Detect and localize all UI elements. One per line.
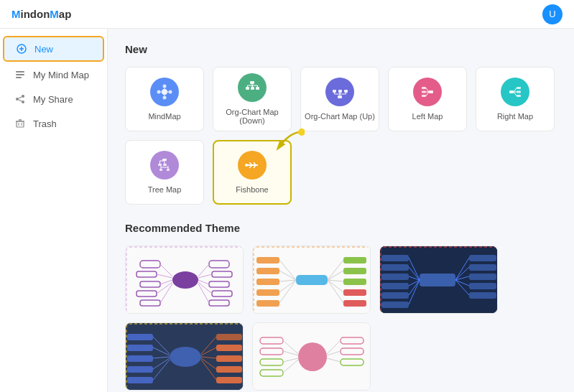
svg-rect-131 (381, 302, 409, 308)
left-map-label: Left Map (412, 112, 443, 121)
svg-rect-151 (127, 334, 153, 340)
sidebar-item-my-mind-map[interactable]: My Mind Map (3, 63, 104, 86)
svg-point-8 (16, 98, 19, 101)
user-avatar[interactable]: U (542, 4, 563, 24)
theme-card-3[interactable] (379, 246, 498, 314)
svg-rect-105 (256, 279, 279, 285)
svg-rect-126 (381, 255, 409, 261)
svg-line-57 (514, 92, 517, 96)
svg-line-11 (19, 100, 22, 101)
svg-point-7 (22, 95, 24, 98)
svg-rect-140 (469, 274, 496, 280)
svg-rect-27 (246, 87, 249, 90)
svg-rect-163 (216, 355, 242, 362)
svg-rect-52 (517, 87, 521, 89)
svg-rect-46 (422, 91, 426, 93)
svg-rect-37 (338, 90, 342, 93)
map-card-mindmap[interactable]: MindMap (125, 67, 204, 131)
sidebar-trash-label: Trash (33, 118, 57, 129)
svg-point-150 (170, 347, 201, 367)
svg-point-20 (163, 85, 167, 88)
trash-icon (14, 118, 26, 129)
svg-rect-113 (343, 257, 366, 263)
svg-line-50 (426, 92, 429, 96)
svg-point-79 (172, 271, 198, 289)
svg-line-55 (514, 88, 517, 93)
svg-rect-53 (517, 91, 521, 93)
svg-rect-116 (343, 289, 366, 296)
header: MindonMap U (0, 0, 574, 29)
org-chart-up-icon (325, 78, 354, 106)
right-map-icon (501, 78, 529, 106)
theme-card-4[interactable] (125, 322, 244, 391)
svg-rect-103 (256, 257, 279, 263)
fishbone-label: Fishbone (236, 185, 268, 194)
svg-rect-138 (469, 255, 496, 261)
right-map-label: Right Map (497, 112, 533, 121)
map-card-left-map[interactable]: Left Map (388, 67, 467, 131)
svg-rect-106 (256, 289, 279, 296)
sidebar: New My Mind Map My Share Trash (0, 29, 108, 392)
svg-rect-139 (469, 264, 496, 271)
svg-rect-165 (216, 377, 242, 383)
theme-card-2[interactable] (252, 246, 371, 314)
sidebar-my-mind-map-label: My Mind Map (33, 70, 89, 80)
svg-line-10 (19, 97, 22, 98)
svg-rect-117 (343, 300, 366, 307)
theme-card-5[interactable] (252, 322, 371, 391)
svg-rect-129 (381, 283, 409, 289)
map-card-org-chart-up[interactable]: Org-Chart Map (Up) (300, 67, 379, 131)
theme-card-1[interactable] (125, 246, 244, 314)
svg-rect-162 (216, 345, 242, 351)
svg-point-77 (298, 129, 305, 136)
svg-rect-5 (16, 74, 24, 75)
svg-rect-29 (256, 87, 259, 90)
fishbone-icon (238, 151, 267, 179)
sidebar-item-my-share[interactable]: My Share (3, 88, 104, 111)
svg-rect-47 (422, 95, 426, 97)
svg-rect-4 (16, 71, 24, 73)
svg-rect-114 (343, 268, 366, 274)
svg-rect-152 (127, 345, 153, 351)
svg-rect-6 (16, 77, 22, 78)
fishbone-arrow (269, 129, 305, 157)
svg-rect-51 (509, 90, 514, 93)
map-card-fishbone[interactable]: Fishbone (213, 140, 292, 205)
main-layout: New My Mind Map My Share Trash New (0, 29, 574, 392)
svg-point-19 (169, 90, 172, 94)
svg-rect-28 (251, 87, 254, 90)
sidebar-my-share-label: My Share (33, 94, 73, 105)
svg-rect-127 (381, 264, 409, 271)
svg-rect-130 (381, 292, 409, 299)
mind-map-icon (14, 69, 26, 80)
svg-rect-115 (343, 279, 366, 285)
org-chart-down-label: Org-Chart Map (Down) (213, 108, 291, 125)
svg-rect-153 (127, 355, 153, 362)
map-card-right-map[interactable]: Right Map (476, 67, 555, 131)
new-section-title: New (125, 43, 557, 55)
svg-text:MindonMap: MindonMap (11, 8, 71, 20)
svg-rect-44 (429, 90, 433, 93)
sidebar-item-trash[interactable]: Trash (3, 112, 104, 135)
svg-point-21 (163, 96, 167, 100)
sidebar-item-new[interactable]: New (3, 36, 104, 62)
svg-point-173 (298, 342, 327, 371)
svg-rect-59 (158, 164, 162, 166)
svg-rect-155 (127, 377, 153, 383)
svg-rect-60 (163, 164, 167, 166)
svg-rect-154 (127, 366, 153, 373)
svg-rect-125 (420, 274, 455, 286)
mindmap-icon (150, 78, 179, 106)
org-chart-up-label: Org-Chart Map (Up) (305, 112, 375, 121)
svg-rect-141 (469, 283, 496, 289)
content-area: New MindMap Org-Chart Map (Down) (108, 29, 574, 392)
svg-rect-107 (256, 300, 279, 307)
svg-point-75 (245, 164, 248, 167)
logo: MindonMap (11, 6, 76, 22)
share-icon (14, 93, 26, 105)
map-card-org-chart-down[interactable]: Org-Chart Map (Down) (213, 67, 292, 131)
svg-rect-161 (216, 334, 242, 340)
tree-map-label: Tree Map (148, 185, 182, 194)
map-card-tree-map[interactable]: Tree Map (125, 140, 204, 205)
svg-rect-128 (381, 274, 409, 280)
